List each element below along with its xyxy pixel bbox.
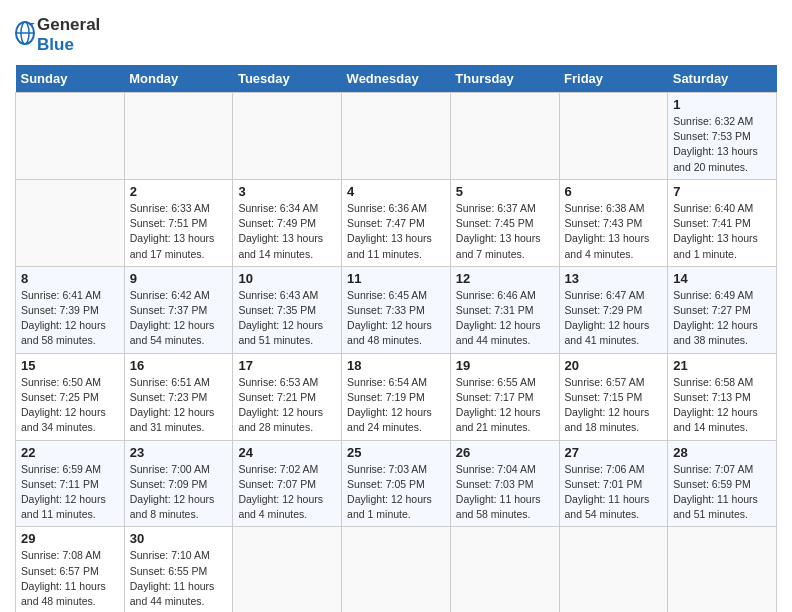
calendar-week-5: 22Sunrise: 6:59 AMSunset: 7:11 PMDayligh… (16, 440, 777, 527)
empty-cell (233, 93, 342, 180)
calendar-day-27: 27Sunrise: 7:06 AMSunset: 7:01 PMDayligh… (559, 440, 668, 527)
calendar-day-30: 30Sunrise: 7:10 AMSunset: 6:55 PMDayligh… (124, 527, 233, 612)
calendar-week-2: 2Sunrise: 6:33 AMSunset: 7:51 PMDaylight… (16, 179, 777, 266)
calendar-day-4: 4Sunrise: 6:36 AMSunset: 7:47 PMDaylight… (342, 179, 451, 266)
calendar-day-28: 28Sunrise: 7:07 AMSunset: 6:59 PMDayligh… (668, 440, 777, 527)
calendar-table: SundayMondayTuesdayWednesdayThursdayFrid… (15, 65, 777, 612)
logo: General Blue (15, 15, 100, 55)
calendar-day-16: 16Sunrise: 6:51 AMSunset: 7:23 PMDayligh… (124, 353, 233, 440)
empty-cell (233, 527, 342, 612)
logo-globe-icon (15, 21, 35, 45)
calendar-day-21: 21Sunrise: 6:58 AMSunset: 7:13 PMDayligh… (668, 353, 777, 440)
calendar-day-26: 26Sunrise: 7:04 AMSunset: 7:03 PMDayligh… (450, 440, 559, 527)
empty-cell (450, 93, 559, 180)
calendar-day-3: 3Sunrise: 6:34 AMSunset: 7:49 PMDaylight… (233, 179, 342, 266)
logo-general-text: General (37, 15, 100, 34)
calendar-day-9: 9Sunrise: 6:42 AMSunset: 7:37 PMDaylight… (124, 266, 233, 353)
calendar-day-13: 13Sunrise: 6:47 AMSunset: 7:29 PMDayligh… (559, 266, 668, 353)
empty-cell (16, 93, 125, 180)
header-monday: Monday (124, 65, 233, 93)
header-wednesday: Wednesday (342, 65, 451, 93)
calendar-day-25: 25Sunrise: 7:03 AMSunset: 7:05 PMDayligh… (342, 440, 451, 527)
header-sunday: Sunday (16, 65, 125, 93)
header-thursday: Thursday (450, 65, 559, 93)
empty-cell (16, 179, 125, 266)
calendar-day-2: 2Sunrise: 6:33 AMSunset: 7:51 PMDaylight… (124, 179, 233, 266)
calendar-day-8: 8Sunrise: 6:41 AMSunset: 7:39 PMDaylight… (16, 266, 125, 353)
calendar-day-20: 20Sunrise: 6:57 AMSunset: 7:15 PMDayligh… (559, 353, 668, 440)
header-tuesday: Tuesday (233, 65, 342, 93)
calendar-day-18: 18Sunrise: 6:54 AMSunset: 7:19 PMDayligh… (342, 353, 451, 440)
calendar-week-4: 15Sunrise: 6:50 AMSunset: 7:25 PMDayligh… (16, 353, 777, 440)
header-saturday: Saturday (668, 65, 777, 93)
calendar-day-19: 19Sunrise: 6:55 AMSunset: 7:17 PMDayligh… (450, 353, 559, 440)
calendar-day-11: 11Sunrise: 6:45 AMSunset: 7:33 PMDayligh… (342, 266, 451, 353)
calendar-day-24: 24Sunrise: 7:02 AMSunset: 7:07 PMDayligh… (233, 440, 342, 527)
calendar-week-1: 1Sunrise: 6:32 AMSunset: 7:53 PMDaylight… (16, 93, 777, 180)
calendar-day-12: 12Sunrise: 6:46 AMSunset: 7:31 PMDayligh… (450, 266, 559, 353)
calendar-day-1: 1Sunrise: 6:32 AMSunset: 7:53 PMDaylight… (668, 93, 777, 180)
empty-cell (668, 527, 777, 612)
calendar-week-3: 8Sunrise: 6:41 AMSunset: 7:39 PMDaylight… (16, 266, 777, 353)
calendar-week-6: 29Sunrise: 7:08 AMSunset: 6:57 PMDayligh… (16, 527, 777, 612)
empty-cell (450, 527, 559, 612)
calendar-day-10: 10Sunrise: 6:43 AMSunset: 7:35 PMDayligh… (233, 266, 342, 353)
calendar-day-17: 17Sunrise: 6:53 AMSunset: 7:21 PMDayligh… (233, 353, 342, 440)
calendar-day-6: 6Sunrise: 6:38 AMSunset: 7:43 PMDaylight… (559, 179, 668, 266)
calendar-day-5: 5Sunrise: 6:37 AMSunset: 7:45 PMDaylight… (450, 179, 559, 266)
calendar-day-23: 23Sunrise: 7:00 AMSunset: 7:09 PMDayligh… (124, 440, 233, 527)
header-friday: Friday (559, 65, 668, 93)
calendar-day-22: 22Sunrise: 6:59 AMSunset: 7:11 PMDayligh… (16, 440, 125, 527)
empty-cell (124, 93, 233, 180)
empty-cell (559, 527, 668, 612)
calendar-day-29: 29Sunrise: 7:08 AMSunset: 6:57 PMDayligh… (16, 527, 125, 612)
calendar-header-row: SundayMondayTuesdayWednesdayThursdayFrid… (16, 65, 777, 93)
calendar-day-14: 14Sunrise: 6:49 AMSunset: 7:27 PMDayligh… (668, 266, 777, 353)
calendar-day-15: 15Sunrise: 6:50 AMSunset: 7:25 PMDayligh… (16, 353, 125, 440)
empty-cell (559, 93, 668, 180)
calendar-day-7: 7Sunrise: 6:40 AMSunset: 7:41 PMDaylight… (668, 179, 777, 266)
empty-cell (342, 93, 451, 180)
page-header: General Blue (15, 15, 777, 55)
logo-blue-text: Blue (37, 35, 74, 54)
empty-cell (342, 527, 451, 612)
